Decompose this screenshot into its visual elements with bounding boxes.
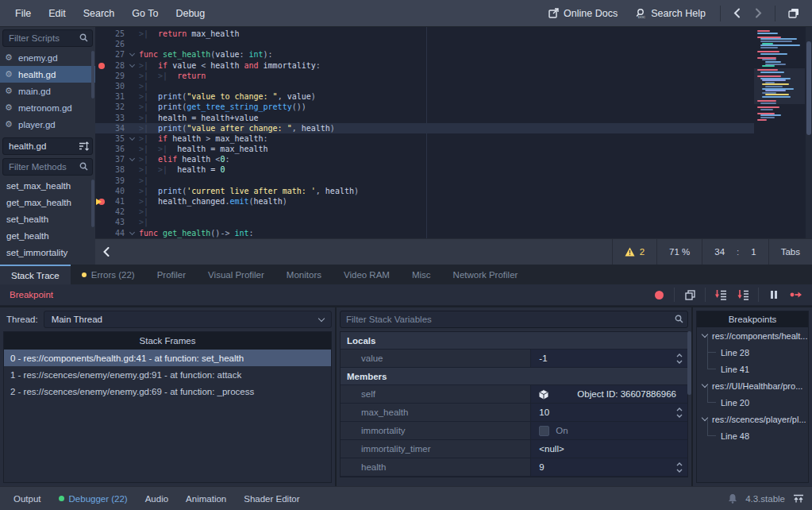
code-line-33[interactable]: 33>| health = health+value	[95, 113, 754, 123]
value-spinner[interactable]	[676, 462, 683, 473]
code-line-35[interactable]: 35>| if health > max_health:	[95, 133, 754, 144]
fold-gutter[interactable]	[126, 154, 139, 164]
variable-value[interactable]: -1	[531, 350, 687, 367]
code-line-44[interactable]: 44func get_health()-> int:	[95, 228, 754, 238]
breakpoint-gutter[interactable]	[95, 113, 107, 123]
bottom-tab-debugger-[interactable]: Debugger (22)	[50, 487, 137, 510]
debugger-tab-network-profiler[interactable]: Network Profiler	[442, 265, 529, 284]
step-over-button[interactable]	[733, 286, 752, 303]
variable-value[interactable]: 10	[531, 404, 687, 421]
method-item-get_health[interactable]: get_health	[0, 228, 95, 245]
code-line-32[interactable]: 32>| print(get_tree_string_pretty())	[95, 102, 754, 112]
code-line-29[interactable]: 29>| >| return	[95, 71, 754, 81]
code-line-34[interactable]: 34>| print("value after change: ", healt…	[95, 123, 754, 133]
sort-methods-icon[interactable]	[79, 141, 89, 151]
step-into-button[interactable]	[711, 286, 730, 303]
history-forward-button[interactable]	[749, 0, 768, 26]
breakpoint-gutter[interactable]	[95, 91, 107, 102]
breakpoint-line-item[interactable]: Line 41	[697, 361, 808, 377]
expand-bottom-panel-icon[interactable]	[793, 494, 804, 504]
method-item-set_immortality[interactable]: set_immortality	[0, 245, 95, 261]
breakpoint-gutter[interactable]	[95, 39, 107, 49]
variable-value[interactable]: On	[531, 422, 687, 439]
fold-gutter[interactable]	[126, 123, 139, 133]
menu-debug[interactable]: Debug	[167, 0, 214, 26]
copy-error-button[interactable]	[680, 286, 699, 303]
breakpoint-gutter[interactable]	[95, 176, 107, 186]
menu-file[interactable]: File	[6, 0, 40, 26]
breakpoint-gutter[interactable]	[95, 217, 107, 227]
script-item-metronomgd[interactable]: ⚙metronom.gd	[0, 99, 95, 116]
fold-gutter[interactable]	[126, 228, 139, 238]
code-line-41[interactable]: 41>| health_changed.emit(health)	[95, 196, 754, 207]
method-item-get_max_health[interactable]: get_max_health	[0, 195, 95, 211]
code-line-39[interactable]: 39>|	[95, 176, 754, 186]
script-item-progress_ba[interactable]: ⚙progress_ba...	[0, 133, 95, 137]
debugger-tab-stack-trace[interactable]: Stack Trace	[0, 265, 71, 284]
code-line-27[interactable]: 27func set_health(value: int):	[95, 49, 754, 60]
thread-select[interactable]: Main Thread	[44, 311, 332, 328]
breakpoint-file-1[interactable]: res://UI/Healthbar/pro...	[697, 377, 808, 394]
fold-gutter[interactable]	[126, 186, 139, 196]
breakpoint-gutter[interactable]	[95, 186, 107, 196]
menu-go-to[interactable]: Go To	[123, 0, 167, 26]
script-item-playergd[interactable]: ⚙player.gd	[0, 116, 95, 133]
fold-gutter[interactable]	[126, 164, 139, 175]
debugger-tab-video-ram[interactable]: Video RAM	[333, 265, 401, 284]
breakpoint-gutter[interactable]	[95, 29, 107, 39]
method-item-set_max_health[interactable]: set_max_health	[0, 178, 95, 195]
fold-gutter[interactable]	[126, 144, 139, 154]
breakpoint-gutter[interactable]	[95, 81, 107, 91]
breakpoint-gutter[interactable]	[95, 228, 107, 238]
variables-scrollbar[interactable]	[687, 331, 691, 395]
history-back-button[interactable]	[727, 0, 747, 26]
code-line-37[interactable]: 37>| elif health <0:	[95, 154, 754, 164]
bottom-tab-shader-editor[interactable]: Shader Editor	[235, 487, 308, 510]
fold-gutter[interactable]	[126, 60, 139, 71]
debugger-tab-errors-[interactable]: Errors (22)	[71, 265, 146, 284]
breakpoint-line-item[interactable]: Line 28	[697, 344, 808, 361]
skip-breakpoints-button[interactable]	[649, 286, 668, 303]
scripts-scrollbar[interactable]	[91, 51, 94, 99]
zoom-indicator[interactable]: 71 %	[656, 239, 702, 265]
stack-frame-0[interactable]: 0 - res://components/health.gd:41 - at f…	[4, 350, 331, 366]
scrollbar-thumb[interactable]	[806, 41, 811, 135]
script-item-enemygd[interactable]: ⚙enemy.gd	[0, 49, 95, 66]
debugger-tab-monitors[interactable]: Monitors	[275, 265, 333, 284]
code-line-43[interactable]: 43>|	[95, 217, 754, 227]
online-docs-button[interactable]: Online Docs	[541, 0, 625, 26]
code-line-31[interactable]: 31>| print("value to change: ", value)	[95, 91, 754, 102]
bottom-tab-audio[interactable]: Audio	[137, 487, 177, 510]
variable-value[interactable]: <null>	[531, 440, 687, 458]
menu-edit[interactable]: Edit	[40, 0, 75, 26]
fold-gutter[interactable]	[126, 176, 139, 186]
breakpoint-gutter[interactable]	[95, 144, 107, 154]
breakpoint-file-2[interactable]: res://scences/player/pl...	[697, 411, 808, 427]
breakpoint-gutter[interactable]	[95, 71, 107, 81]
fold-gutter[interactable]	[126, 29, 139, 39]
variable-value[interactable]: Object ID: 36607886966	[531, 385, 687, 403]
method-item-set_health[interactable]: set_health	[0, 211, 95, 228]
code-line-26[interactable]: 26	[95, 39, 754, 49]
debugger-tab-profiler[interactable]: Profiler	[146, 265, 197, 284]
fold-gutter[interactable]	[126, 71, 139, 81]
code-editor[interactable]: 25>| return max_health2627func set_healt…	[95, 27, 812, 238]
fold-gutter[interactable]	[126, 91, 139, 102]
stack-frame-1[interactable]: 1 - res://scences/enemy/enemy.gd:91 - at…	[4, 366, 331, 383]
menu-search[interactable]: Search	[75, 0, 124, 26]
breakpoint-line-item[interactable]: Line 48	[697, 427, 808, 444]
editor-scrollbar[interactable]	[806, 27, 812, 238]
methods-scrollbar[interactable]	[91, 180, 94, 227]
breakpoint-gutter[interactable]	[95, 164, 107, 175]
fold-gutter[interactable]	[126, 133, 139, 144]
breakpoint-line-item[interactable]: Line 20	[697, 394, 808, 411]
breakpoint-gutter[interactable]	[95, 154, 107, 164]
continue-button[interactable]	[787, 286, 806, 303]
code-line-42[interactable]: 42>|	[95, 207, 754, 217]
value-spinner[interactable]	[676, 354, 683, 364]
minimap[interactable]	[754, 27, 805, 238]
bottom-tab-output[interactable]: Output	[5, 487, 50, 510]
break-button[interactable]	[764, 286, 783, 303]
notification-bell-icon[interactable]	[728, 493, 737, 504]
code-line-30[interactable]: 30>|	[95, 81, 754, 91]
